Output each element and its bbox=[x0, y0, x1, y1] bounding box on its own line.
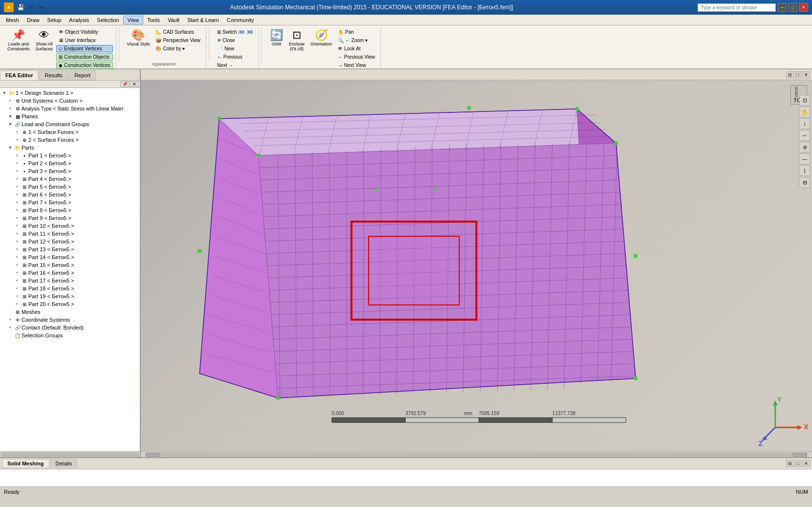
tree-item-part-6[interactable]: +⊞Part 6 < Бетон5 > bbox=[0, 191, 140, 198]
next-view-button[interactable]: → Next View bbox=[335, 62, 377, 69]
tree-item-part-13[interactable]: +⊞Part 13 < Бетон5 > bbox=[0, 245, 140, 253]
expand-part-20[interactable]: + bbox=[14, 302, 21, 307]
expand-design[interactable]: ▼ bbox=[1, 90, 8, 95]
enclose-button[interactable]: ⊡ Enclose (Fit All) bbox=[286, 28, 307, 53]
expand-part-7[interactable]: + bbox=[14, 200, 21, 205]
menu-mesh[interactable]: Mesh bbox=[2, 16, 23, 24]
tree-item-surface-forces-1[interactable]: + ⊕ 1 < Surface Forces > bbox=[0, 128, 140, 136]
tree-item-part-19[interactable]: +⊞Part 19 < Бетон5 > bbox=[0, 292, 140, 300]
object-visibility-button[interactable]: 👁 Object Visibility bbox=[56, 28, 113, 36]
tree-item-planes[interactable]: ▼ ▦ Planes bbox=[0, 112, 140, 120]
tab-solid-meshing[interactable]: Solid Meshing bbox=[2, 459, 49, 468]
tree-item-load-groups[interactable]: ▼ 🔗 Load and Constraint Groups bbox=[0, 120, 140, 128]
tree-item-part-8[interactable]: +⊞Part 8 < Бетон5 > bbox=[0, 206, 140, 214]
endpoint-vertices-button[interactable]: ◇ Endpoint Vertices bbox=[56, 45, 113, 52]
vp-tool-6[interactable]: — bbox=[799, 154, 810, 164]
vp-tool-2[interactable]: ✋ bbox=[799, 107, 810, 117]
expand-part-19[interactable]: + bbox=[14, 294, 21, 299]
vp-tool-7[interactable]: | bbox=[799, 165, 810, 176]
close-button[interactable]: ✕ bbox=[799, 3, 808, 12]
panel-scrollbar[interactable] bbox=[0, 451, 140, 457]
tab-report[interactable]: Report bbox=[69, 70, 96, 80]
tree-item-part-12[interactable]: +⊞Part 12 < Бетон5 > bbox=[0, 238, 140, 245]
tab-results[interactable]: Results bbox=[39, 70, 68, 80]
tree-item-part-16[interactable]: +⊞Part 16 < Бетон5 > bbox=[0, 269, 140, 277]
expand-part-5[interactable]: + bbox=[14, 184, 21, 189]
quick-access-undo[interactable]: ↩ bbox=[28, 3, 36, 12]
tree-item-part-10[interactable]: +⊞Part 10 < Бетон5 > bbox=[0, 222, 140, 230]
panel-pin-button[interactable]: 📌 bbox=[120, 81, 130, 87]
expand-part-13[interactable]: + bbox=[14, 247, 21, 252]
visual-style-button[interactable]: 🎨 Visual Style bbox=[125, 28, 153, 48]
menu-community[interactable]: Community bbox=[223, 16, 258, 24]
switch-button[interactable]: ⊞ Switch X2 X3 bbox=[215, 28, 256, 36]
menu-setup[interactable]: Setup bbox=[44, 16, 66, 24]
expand-sf2[interactable]: + bbox=[14, 137, 21, 142]
menu-vault[interactable]: Vault bbox=[164, 16, 183, 24]
expand-coord[interactable]: + bbox=[7, 317, 14, 322]
expand-analysis[interactable]: + bbox=[7, 106, 14, 111]
expand-part-10[interactable]: + bbox=[14, 223, 21, 228]
loads-constraints-button[interactable]: 📌 Loads and Constraints bbox=[5, 28, 32, 53]
tree-item-part-7[interactable]: +⊞Part 7 < Бетон5 > bbox=[0, 198, 140, 206]
tree-item-analysis-type[interactable]: + ⚙ Analysis Type < Static Stress with L… bbox=[0, 105, 140, 112]
expand-part-11[interactable]: + bbox=[14, 231, 21, 236]
tree-item-coord-systems[interactable]: + ✛ Coordinate Systems bbox=[0, 316, 140, 324]
user-interface-button[interactable]: 🖥 User Interface bbox=[56, 37, 113, 44]
expand-part-9[interactable]: + bbox=[14, 216, 21, 220]
tree-item-part-20[interactable]: +⊞Part 20 < Бетон5 > bbox=[0, 300, 140, 308]
maximize-button[interactable]: □ bbox=[789, 3, 797, 12]
orbit-button[interactable]: 🔄 Orbit bbox=[267, 28, 285, 48]
vp-max-btn[interactable]: □ bbox=[795, 71, 801, 78]
menu-selection[interactable]: Selection bbox=[93, 16, 123, 24]
expand-part-6[interactable]: + bbox=[14, 192, 21, 197]
tree-item-contact[interactable]: + 🔗 Contact (Default: Bonded) bbox=[0, 324, 140, 331]
keyword-search[interactable] bbox=[698, 3, 776, 12]
minimize-button[interactable]: ─ bbox=[778, 3, 787, 12]
tree-item-part-4[interactable]: +⊞Part 4 < Бетон5 > bbox=[0, 175, 140, 183]
tree-item-selection-groups[interactable]: 📋 Selection Groups bbox=[0, 331, 140, 339]
construction-vertices-button[interactable]: ◆ Construction Vertices bbox=[56, 62, 113, 69]
tree-item-part-2[interactable]: +▪Part 2 < Бетон5 > bbox=[0, 159, 140, 167]
orientation-button[interactable]: 🧭 Orientation bbox=[308, 28, 334, 48]
tree-item-part-3[interactable]: +▪Part 3 < Бетон5 > bbox=[0, 167, 140, 175]
expand-units[interactable]: + bbox=[7, 98, 14, 103]
menu-analysis[interactable]: Analysis bbox=[65, 16, 93, 24]
expand-part-16[interactable]: + bbox=[14, 270, 21, 275]
vp-tool-4[interactable]: ↔ bbox=[799, 130, 810, 141]
new-window-button[interactable]: 📄 New bbox=[215, 45, 256, 52]
expand-part-4[interactable]: + bbox=[14, 176, 21, 181]
expand-part-18[interactable]: + bbox=[14, 286, 21, 291]
panel-close-button[interactable]: ✕ bbox=[131, 81, 138, 87]
bottom-panel-max[interactable]: □ bbox=[795, 460, 801, 467]
previous-view-button[interactable]: ← Previous View bbox=[335, 53, 377, 61]
expand-loads[interactable]: ▼ bbox=[7, 122, 14, 127]
vp-close-btn[interactable]: ✕ bbox=[802, 71, 810, 78]
menu-view[interactable]: View bbox=[123, 16, 144, 24]
pan-button[interactable]: ✋ Pan bbox=[335, 28, 377, 36]
vp-tool-8[interactable]: ⊟ bbox=[799, 177, 810, 188]
tab-fea-editor[interactable]: FEA Editor bbox=[0, 70, 38, 80]
tab-details[interactable]: Details bbox=[50, 459, 78, 468]
expand-part-3[interactable]: + bbox=[14, 169, 21, 174]
tree-area[interactable]: ▼ 📁 1 < Design Scenario 1 > + ⚙ Unit Sys… bbox=[0, 88, 140, 451]
tree-item-part-17[interactable]: +⊞Part 17 < Бетон5 > bbox=[0, 277, 140, 285]
tree-item-surface-forces-2[interactable]: + ⊕ 2 < Surface Forces > bbox=[0, 136, 140, 144]
expand-part-14[interactable]: + bbox=[14, 255, 21, 260]
vp-tool-5[interactable]: ⊘ bbox=[799, 142, 810, 153]
quick-access-save[interactable]: 💾 bbox=[16, 3, 26, 12]
expand-part-2[interactable]: + bbox=[14, 161, 21, 166]
tree-item-part-11[interactable]: +⊞Part 11 < Бетон5 > bbox=[0, 230, 140, 238]
vp-restore-btn[interactable]: ⊟ bbox=[786, 71, 794, 78]
expand-part-1[interactable]: + bbox=[14, 153, 21, 158]
look-at-button[interactable]: 👁 Look At bbox=[335, 45, 377, 52]
expand-planes[interactable]: ▼ bbox=[7, 114, 14, 119]
cad-surfaces-button[interactable]: 📐 CAD Surfaces bbox=[153, 28, 203, 36]
previous-window-button[interactable]: ← Previous bbox=[215, 53, 256, 61]
color-by-button[interactable]: 🎨 Color by ▾ bbox=[153, 45, 203, 52]
bottom-panel-close[interactable]: ✕ bbox=[802, 460, 810, 467]
bottom-panel-restore[interactable]: ⊟ bbox=[786, 460, 794, 467]
show-all-button[interactable]: 👁 Show All Surfaces bbox=[33, 28, 56, 53]
expand-part-12[interactable]: + bbox=[14, 239, 21, 244]
tree-item-part-18[interactable]: +⊞Part 18 < Бетон5 > bbox=[0, 285, 140, 292]
